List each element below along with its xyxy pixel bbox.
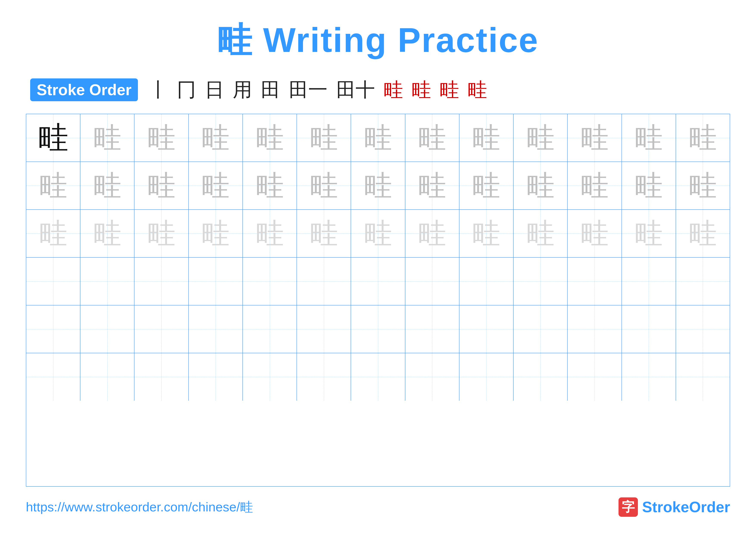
cell-3-13[interactable]: 畦 xyxy=(676,210,730,257)
cell-1-7[interactable]: 畦 xyxy=(351,114,405,162)
cell-4-2[interactable] xyxy=(80,258,134,305)
cell-4-12[interactable] xyxy=(622,258,676,305)
cell-3-6[interactable]: 畦 xyxy=(297,210,351,257)
cell-1-5[interactable]: 畦 xyxy=(243,114,297,162)
cell-1-8[interactable]: 畦 xyxy=(405,114,459,162)
stroke-order-row: Stroke Order 丨 冂 日 用 田 田一 田十 畦 畦 畦 畦 xyxy=(26,77,730,103)
stroke-7: 田十 xyxy=(336,77,375,103)
stroke-10: 畦 xyxy=(440,77,459,103)
cell-6-8[interactable] xyxy=(405,353,459,401)
cell-5-11[interactable] xyxy=(568,305,622,353)
cell-6-7[interactable] xyxy=(351,353,405,401)
cell-3-5[interactable]: 畦 xyxy=(243,210,297,257)
cell-6-11[interactable] xyxy=(568,353,622,401)
cell-6-4[interactable] xyxy=(189,353,243,401)
grid-row-1: 畦 畦 畦 畦 畦 畦 畦 畦 畦 畦 畦 畦 畦 xyxy=(26,114,730,162)
stroke-2: 冂 xyxy=(177,77,196,103)
cell-2-6[interactable]: 畦 xyxy=(297,162,351,209)
cell-6-10[interactable] xyxy=(514,353,568,401)
cell-1-13[interactable]: 畦 xyxy=(676,114,730,162)
cell-6-12[interactable] xyxy=(622,353,676,401)
cell-5-6[interactable] xyxy=(297,305,351,353)
footer-url: https://www.strokeorder.com/chinese/畦 xyxy=(26,498,253,516)
cell-3-11[interactable]: 畦 xyxy=(568,210,622,257)
cell-2-13[interactable]: 畦 xyxy=(676,162,730,209)
grid-row-5 xyxy=(26,305,730,353)
stroke-1: 丨 xyxy=(149,77,168,103)
cell-4-9[interactable] xyxy=(459,258,514,305)
grid-row-4 xyxy=(26,258,730,305)
cell-6-5[interactable] xyxy=(243,353,297,401)
cell-2-11[interactable]: 畦 xyxy=(568,162,622,209)
cell-2-9[interactable]: 畦 xyxy=(459,162,514,209)
stroke-4: 用 xyxy=(233,77,252,103)
cell-4-13[interactable] xyxy=(676,258,730,305)
cell-3-10[interactable]: 畦 xyxy=(514,210,568,257)
cell-1-10[interactable]: 畦 xyxy=(514,114,568,162)
cell-3-7[interactable]: 畦 xyxy=(351,210,405,257)
cell-6-3[interactable] xyxy=(134,353,189,401)
stroke-8: 畦 xyxy=(384,77,403,103)
cell-1-3[interactable]: 畦 xyxy=(134,114,189,162)
cell-5-12[interactable] xyxy=(622,305,676,353)
cell-2-2[interactable]: 畦 xyxy=(80,162,134,209)
cell-4-10[interactable] xyxy=(514,258,568,305)
cell-5-10[interactable] xyxy=(514,305,568,353)
cell-5-3[interactable] xyxy=(134,305,189,353)
cell-5-4[interactable] xyxy=(189,305,243,353)
cell-2-12[interactable]: 畦 xyxy=(622,162,676,209)
cell-4-4[interactable] xyxy=(189,258,243,305)
cell-4-1[interactable] xyxy=(26,258,80,305)
cell-2-7[interactable]: 畦 xyxy=(351,162,405,209)
grid-row-3: 畦 畦 畦 畦 畦 畦 畦 畦 畦 畦 畦 畦 畦 xyxy=(26,210,730,258)
cell-1-11[interactable]: 畦 xyxy=(568,114,622,162)
cell-2-8[interactable]: 畦 xyxy=(405,162,459,209)
cell-3-2[interactable]: 畦 xyxy=(80,210,134,257)
cell-5-13[interactable] xyxy=(676,305,730,353)
cell-5-1[interactable] xyxy=(26,305,80,353)
cell-6-6[interactable] xyxy=(297,353,351,401)
footer: https://www.strokeorder.com/chinese/畦 字 … xyxy=(26,497,730,517)
cell-4-7[interactable] xyxy=(351,258,405,305)
cell-4-8[interactable] xyxy=(405,258,459,305)
practice-grid: 畦 畦 畦 畦 畦 畦 畦 畦 畦 畦 畦 畦 畦 畦 畦 畦 畦 畦 畦 畦 … xyxy=(26,114,730,487)
cell-4-6[interactable] xyxy=(297,258,351,305)
cell-3-9[interactable]: 畦 xyxy=(459,210,514,257)
cell-2-1[interactable]: 畦 xyxy=(26,162,80,209)
cell-3-12[interactable]: 畦 xyxy=(622,210,676,257)
footer-logo: 字 StrokeOrder xyxy=(618,497,730,517)
stroke-6: 田一 xyxy=(289,77,328,103)
cell-5-7[interactable] xyxy=(351,305,405,353)
stroke-sequence: 丨 冂 日 用 田 田一 田十 畦 畦 畦 畦 xyxy=(149,77,487,103)
stroke-9: 畦 xyxy=(412,77,431,103)
cell-6-1[interactable] xyxy=(26,353,80,401)
cell-1-12[interactable]: 畦 xyxy=(622,114,676,162)
cell-1-2[interactable]: 畦 xyxy=(80,114,134,162)
cell-4-11[interactable] xyxy=(568,258,622,305)
cell-5-2[interactable] xyxy=(80,305,134,353)
cell-1-4[interactable]: 畦 xyxy=(189,114,243,162)
cell-3-8[interactable]: 畦 xyxy=(405,210,459,257)
cell-4-5[interactable] xyxy=(243,258,297,305)
cell-3-4[interactable]: 畦 xyxy=(189,210,243,257)
cell-6-9[interactable] xyxy=(459,353,514,401)
stroke-11: 畦 xyxy=(468,77,487,103)
cell-6-13[interactable] xyxy=(676,353,730,401)
cell-3-1[interactable]: 畦 xyxy=(26,210,80,257)
cell-2-10[interactable]: 畦 xyxy=(514,162,568,209)
cell-4-3[interactable] xyxy=(134,258,189,305)
cell-5-5[interactable] xyxy=(243,305,297,353)
cell-1-1[interactable]: 畦 xyxy=(26,114,80,162)
cell-2-4[interactable]: 畦 xyxy=(189,162,243,209)
cell-2-5[interactable]: 畦 xyxy=(243,162,297,209)
cell-1-6[interactable]: 畦 xyxy=(297,114,351,162)
cell-2-3[interactable]: 畦 xyxy=(134,162,189,209)
cell-6-2[interactable] xyxy=(80,353,134,401)
cell-3-3[interactable]: 畦 xyxy=(134,210,189,257)
cell-5-9[interactable] xyxy=(459,305,514,353)
cell-5-8[interactable] xyxy=(405,305,459,353)
page-title: 畦 Writing Practice xyxy=(217,17,539,64)
stroke-5: 田 xyxy=(261,77,280,103)
cell-1-9[interactable]: 畦 xyxy=(459,114,514,162)
grid-row-2: 畦 畦 畦 畦 畦 畦 畦 畦 畦 畦 畦 畦 畦 xyxy=(26,162,730,210)
